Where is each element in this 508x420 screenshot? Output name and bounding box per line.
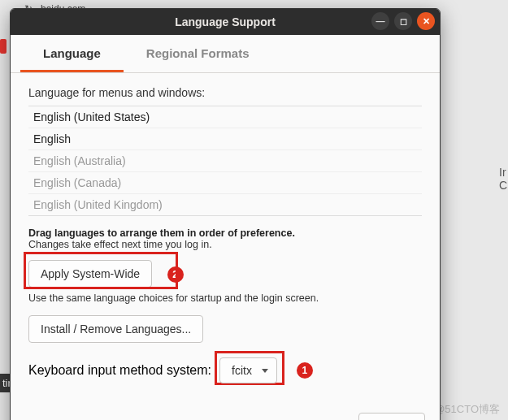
window-title: Language Support [175,15,276,28]
install-remove-languages-button[interactable]: Install / Remove Languages... [28,315,203,343]
right-panel-fragment: Ir C [496,162,508,260]
chevron-down-icon [262,369,268,373]
tab-content: Language for menus and windows: English … [11,73,440,405]
language-support-dialog: Language Support — ◻ ✕ Language Regional… [10,8,441,420]
annotation-badge-2: 2 [167,266,184,283]
list-item[interactable]: English (United Kingdom) [28,194,422,215]
tab-bar: Language Regional Formats [11,35,440,73]
list-item[interactable]: English (United States) [28,106,422,128]
input-method-select[interactable]: fcitx [219,357,277,383]
minimize-icon: — [376,16,385,26]
tab-regional-formats[interactable]: Regional Formats [124,35,272,72]
drag-hint-label: Drag languages to arrange them in order … [28,227,422,239]
window-maximize-button[interactable]: ◻ [394,12,412,30]
dialog-footer: Help Close [11,405,440,420]
list-item[interactable]: English (Australia) [28,150,422,172]
close-icon: ✕ [423,16,430,27]
menus-windows-label: Language for menus and windows: [28,86,422,99]
window-close-button[interactable]: ✕ [417,12,435,30]
language-list[interactable]: English (United States) English English … [28,106,422,216]
page-logo-fragment [0,39,7,54]
window-minimize-button[interactable]: — [371,12,389,30]
maximize-icon: ◻ [400,16,407,27]
apply-sub-label: Use the same language choices for startu… [28,292,422,304]
tab-language[interactable]: Language [20,35,124,72]
input-method-label: Keyboard input method system: [28,363,211,378]
input-method-value: fcitx [232,364,252,377]
list-item[interactable]: English (Canada) [28,172,422,194]
titlebar[interactable]: Language Support — ◻ ✕ [11,9,440,35]
close-button[interactable]: Close [358,413,425,420]
list-item[interactable]: English [28,128,422,150]
annotation-badge-1: 1 [297,362,313,379]
apply-system-wide-button[interactable]: Apply System-Wide [28,260,152,288]
drag-sub-label: Changes take effect next time you log in… [28,239,422,250]
